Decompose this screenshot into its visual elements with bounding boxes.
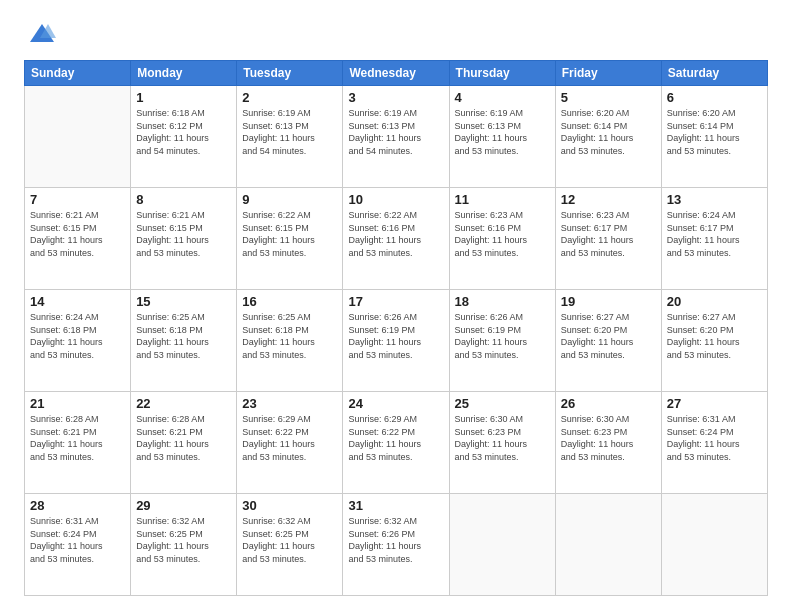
calendar-cell <box>25 86 131 188</box>
day-info: Sunrise: 6:19 AM Sunset: 6:13 PM Dayligh… <box>242 107 337 157</box>
calendar-cell: 2Sunrise: 6:19 AM Sunset: 6:13 PM Daylig… <box>237 86 343 188</box>
calendar-cell: 15Sunrise: 6:25 AM Sunset: 6:18 PM Dayli… <box>131 290 237 392</box>
calendar-cell: 12Sunrise: 6:23 AM Sunset: 6:17 PM Dayli… <box>555 188 661 290</box>
day-number: 29 <box>136 498 231 513</box>
day-number: 15 <box>136 294 231 309</box>
calendar-cell: 8Sunrise: 6:21 AM Sunset: 6:15 PM Daylig… <box>131 188 237 290</box>
weekday-header-friday: Friday <box>555 61 661 86</box>
day-info: Sunrise: 6:26 AM Sunset: 6:19 PM Dayligh… <box>348 311 443 361</box>
calendar-cell: 5Sunrise: 6:20 AM Sunset: 6:14 PM Daylig… <box>555 86 661 188</box>
weekday-header-row: SundayMondayTuesdayWednesdayThursdayFrid… <box>25 61 768 86</box>
calendar-cell: 21Sunrise: 6:28 AM Sunset: 6:21 PM Dayli… <box>25 392 131 494</box>
calendar-cell: 3Sunrise: 6:19 AM Sunset: 6:13 PM Daylig… <box>343 86 449 188</box>
day-number: 6 <box>667 90 762 105</box>
weekday-header-wednesday: Wednesday <box>343 61 449 86</box>
day-number: 26 <box>561 396 656 411</box>
day-number: 16 <box>242 294 337 309</box>
day-number: 19 <box>561 294 656 309</box>
day-number: 1 <box>136 90 231 105</box>
day-number: 30 <box>242 498 337 513</box>
day-info: Sunrise: 6:30 AM Sunset: 6:23 PM Dayligh… <box>561 413 656 463</box>
day-number: 28 <box>30 498 125 513</box>
day-info: Sunrise: 6:28 AM Sunset: 6:21 PM Dayligh… <box>30 413 125 463</box>
calendar-cell: 18Sunrise: 6:26 AM Sunset: 6:19 PM Dayli… <box>449 290 555 392</box>
day-info: Sunrise: 6:19 AM Sunset: 6:13 PM Dayligh… <box>348 107 443 157</box>
day-info: Sunrise: 6:19 AM Sunset: 6:13 PM Dayligh… <box>455 107 550 157</box>
calendar-cell: 11Sunrise: 6:23 AM Sunset: 6:16 PM Dayli… <box>449 188 555 290</box>
calendar-cell: 29Sunrise: 6:32 AM Sunset: 6:25 PM Dayli… <box>131 494 237 596</box>
calendar-cell <box>555 494 661 596</box>
day-info: Sunrise: 6:24 AM Sunset: 6:18 PM Dayligh… <box>30 311 125 361</box>
day-number: 31 <box>348 498 443 513</box>
calendar-cell: 16Sunrise: 6:25 AM Sunset: 6:18 PM Dayli… <box>237 290 343 392</box>
day-number: 21 <box>30 396 125 411</box>
calendar-cell: 1Sunrise: 6:18 AM Sunset: 6:12 PM Daylig… <box>131 86 237 188</box>
day-number: 20 <box>667 294 762 309</box>
calendar-week-1: 1Sunrise: 6:18 AM Sunset: 6:12 PM Daylig… <box>25 86 768 188</box>
day-info: Sunrise: 6:28 AM Sunset: 6:21 PM Dayligh… <box>136 413 231 463</box>
day-info: Sunrise: 6:20 AM Sunset: 6:14 PM Dayligh… <box>561 107 656 157</box>
day-number: 27 <box>667 396 762 411</box>
day-info: Sunrise: 6:32 AM Sunset: 6:25 PM Dayligh… <box>136 515 231 565</box>
calendar-cell: 28Sunrise: 6:31 AM Sunset: 6:24 PM Dayli… <box>25 494 131 596</box>
calendar-cell <box>449 494 555 596</box>
calendar-cell: 27Sunrise: 6:31 AM Sunset: 6:24 PM Dayli… <box>661 392 767 494</box>
weekday-header-monday: Monday <box>131 61 237 86</box>
weekday-header-tuesday: Tuesday <box>237 61 343 86</box>
day-number: 23 <box>242 396 337 411</box>
day-info: Sunrise: 6:32 AM Sunset: 6:26 PM Dayligh… <box>348 515 443 565</box>
day-number: 24 <box>348 396 443 411</box>
day-number: 8 <box>136 192 231 207</box>
day-number: 10 <box>348 192 443 207</box>
logo-icon <box>28 20 56 48</box>
day-info: Sunrise: 6:27 AM Sunset: 6:20 PM Dayligh… <box>667 311 762 361</box>
calendar-cell: 9Sunrise: 6:22 AM Sunset: 6:15 PM Daylig… <box>237 188 343 290</box>
calendar-week-2: 7Sunrise: 6:21 AM Sunset: 6:15 PM Daylig… <box>25 188 768 290</box>
day-number: 11 <box>455 192 550 207</box>
day-info: Sunrise: 6:24 AM Sunset: 6:17 PM Dayligh… <box>667 209 762 259</box>
calendar-cell: 25Sunrise: 6:30 AM Sunset: 6:23 PM Dayli… <box>449 392 555 494</box>
calendar-cell <box>661 494 767 596</box>
day-info: Sunrise: 6:20 AM Sunset: 6:14 PM Dayligh… <box>667 107 762 157</box>
calendar-cell: 24Sunrise: 6:29 AM Sunset: 6:22 PM Dayli… <box>343 392 449 494</box>
day-number: 14 <box>30 294 125 309</box>
day-info: Sunrise: 6:22 AM Sunset: 6:15 PM Dayligh… <box>242 209 337 259</box>
calendar-week-3: 14Sunrise: 6:24 AM Sunset: 6:18 PM Dayli… <box>25 290 768 392</box>
calendar-cell: 22Sunrise: 6:28 AM Sunset: 6:21 PM Dayli… <box>131 392 237 494</box>
day-info: Sunrise: 6:26 AM Sunset: 6:19 PM Dayligh… <box>455 311 550 361</box>
day-info: Sunrise: 6:25 AM Sunset: 6:18 PM Dayligh… <box>242 311 337 361</box>
calendar-cell: 7Sunrise: 6:21 AM Sunset: 6:15 PM Daylig… <box>25 188 131 290</box>
day-number: 4 <box>455 90 550 105</box>
calendar-cell: 13Sunrise: 6:24 AM Sunset: 6:17 PM Dayli… <box>661 188 767 290</box>
day-info: Sunrise: 6:22 AM Sunset: 6:16 PM Dayligh… <box>348 209 443 259</box>
logo <box>24 20 56 48</box>
day-info: Sunrise: 6:31 AM Sunset: 6:24 PM Dayligh… <box>667 413 762 463</box>
weekday-header-sunday: Sunday <box>25 61 131 86</box>
day-number: 12 <box>561 192 656 207</box>
calendar-cell: 23Sunrise: 6:29 AM Sunset: 6:22 PM Dayli… <box>237 392 343 494</box>
day-number: 22 <box>136 396 231 411</box>
calendar-week-4: 21Sunrise: 6:28 AM Sunset: 6:21 PM Dayli… <box>25 392 768 494</box>
day-number: 7 <box>30 192 125 207</box>
calendar-cell: 31Sunrise: 6:32 AM Sunset: 6:26 PM Dayli… <box>343 494 449 596</box>
page: SundayMondayTuesdayWednesdayThursdayFrid… <box>0 0 792 612</box>
day-info: Sunrise: 6:25 AM Sunset: 6:18 PM Dayligh… <box>136 311 231 361</box>
day-info: Sunrise: 6:18 AM Sunset: 6:12 PM Dayligh… <box>136 107 231 157</box>
calendar-cell: 6Sunrise: 6:20 AM Sunset: 6:14 PM Daylig… <box>661 86 767 188</box>
day-info: Sunrise: 6:23 AM Sunset: 6:17 PM Dayligh… <box>561 209 656 259</box>
day-number: 2 <box>242 90 337 105</box>
day-info: Sunrise: 6:29 AM Sunset: 6:22 PM Dayligh… <box>242 413 337 463</box>
weekday-header-saturday: Saturday <box>661 61 767 86</box>
day-info: Sunrise: 6:29 AM Sunset: 6:22 PM Dayligh… <box>348 413 443 463</box>
calendar-cell: 14Sunrise: 6:24 AM Sunset: 6:18 PM Dayli… <box>25 290 131 392</box>
calendar-week-5: 28Sunrise: 6:31 AM Sunset: 6:24 PM Dayli… <box>25 494 768 596</box>
day-number: 3 <box>348 90 443 105</box>
calendar-cell: 20Sunrise: 6:27 AM Sunset: 6:20 PM Dayli… <box>661 290 767 392</box>
day-number: 9 <box>242 192 337 207</box>
day-info: Sunrise: 6:27 AM Sunset: 6:20 PM Dayligh… <box>561 311 656 361</box>
day-number: 5 <box>561 90 656 105</box>
day-number: 25 <box>455 396 550 411</box>
day-number: 18 <box>455 294 550 309</box>
day-info: Sunrise: 6:21 AM Sunset: 6:15 PM Dayligh… <box>136 209 231 259</box>
day-info: Sunrise: 6:21 AM Sunset: 6:15 PM Dayligh… <box>30 209 125 259</box>
